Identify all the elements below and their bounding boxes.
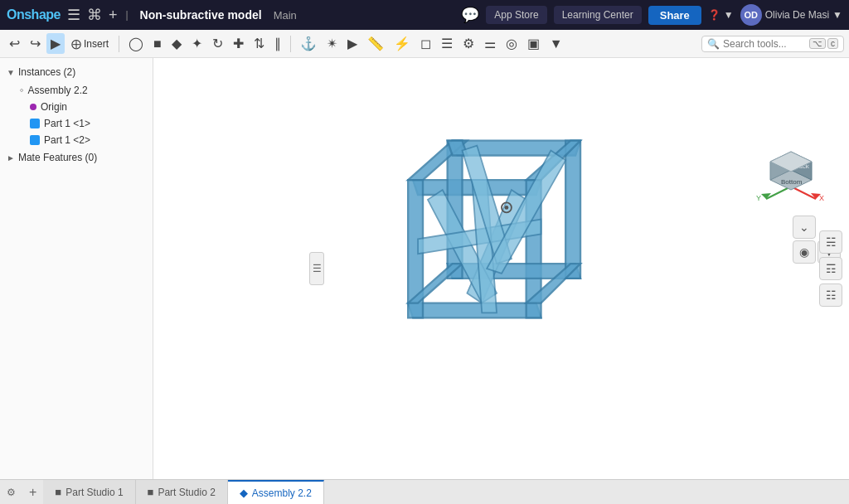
history-button[interactable]: ◯ xyxy=(124,33,148,54)
add-tab-button[interactable]: + xyxy=(22,480,43,504)
profile-name: Olivia De Masi xyxy=(765,9,829,21)
document-branch: Main xyxy=(274,9,297,22)
hamburger-icon[interactable]: ☰ xyxy=(67,6,80,24)
svg-text:X: X xyxy=(819,194,824,202)
instances-chevron: ▼ xyxy=(7,68,15,77)
chat-icon[interactable]: 💬 xyxy=(461,6,479,24)
settings-button[interactable]: ⚙ xyxy=(458,33,478,54)
view-down-icon[interactable]: ⌄ xyxy=(793,216,816,239)
undo-button[interactable]: ↩ xyxy=(5,33,24,54)
tab-asm-icon: ◆ xyxy=(240,487,248,499)
display-button[interactable]: ▣ xyxy=(523,33,544,54)
learning-center-button[interactable]: Learning Center xyxy=(554,6,642,24)
profile-area[interactable]: OD Olivia De Masi ▼ xyxy=(740,4,842,26)
translate-button[interactable]: ✚ xyxy=(229,33,248,54)
panel-collapse-button[interactable]: ☰ xyxy=(309,252,324,285)
sidebar: ▼ Instances (2) ◦ Assembly 2.2 Origin Pa… xyxy=(0,58,153,479)
onshape-logo[interactable]: Onshape xyxy=(7,7,61,22)
panel-icon-1[interactable]: ☵ xyxy=(819,230,842,254)
assembly-icon: ◦ xyxy=(20,84,24,96)
kbd-alt: ⌥ xyxy=(809,38,826,49)
mates-button[interactable]: ◆ xyxy=(167,33,186,54)
assembly-item[interactable]: ◦ Assembly 2.2 xyxy=(0,81,153,99)
bom-button[interactable]: ⚌ xyxy=(480,33,500,54)
part-icon xyxy=(30,119,40,128)
orientation-cube[interactable]: X Y Z Bottom Back xyxy=(758,120,841,211)
search-icon: 🔍 xyxy=(707,38,720,50)
section-view-button[interactable]: ◻ xyxy=(416,33,435,54)
snap-button[interactable]: ⚓ xyxy=(296,33,321,54)
mate-features-label: Mate Features (0) xyxy=(18,152,97,163)
document-title: Non-subractive model xyxy=(140,8,262,22)
origin-icon xyxy=(30,104,36,110)
grid-icon[interactable]: ⌘ xyxy=(87,6,102,24)
part1-label: Part 1 <1> xyxy=(44,118,90,129)
panel-icon-2[interactable]: ☶ xyxy=(819,257,842,280)
tab-settings-button[interactable]: ⚙ xyxy=(0,480,22,504)
help-button[interactable]: ❓ ▼ xyxy=(708,9,734,21)
panel-icon-3[interactable]: ☷ xyxy=(819,284,842,307)
origin-item[interactable]: Origin xyxy=(0,99,153,115)
insert-label: Insert xyxy=(84,38,109,50)
tab-ps1-label: Part Studio 1 xyxy=(65,487,123,498)
rotate-button[interactable]: ↻ xyxy=(208,33,227,54)
viewport[interactable]: X Y Z Bottom Back ⌄ xyxy=(153,58,849,479)
move-button[interactable]: ✦ xyxy=(187,33,206,54)
tab-ps1-icon: ■ xyxy=(55,486,61,498)
properties-button[interactable]: ☰ xyxy=(437,33,457,54)
help-icon: ❓ xyxy=(708,9,720,21)
explode-button[interactable]: ✴ xyxy=(323,33,342,54)
origin-label: Origin xyxy=(41,101,67,113)
mate-features-chevron: ► xyxy=(7,153,15,162)
mate-features-section[interactable]: ► Mate Features (0) xyxy=(0,148,153,167)
tab-ps2-label: Part Studio 2 xyxy=(158,487,215,498)
parts-button[interactable]: ■ xyxy=(149,34,166,54)
svg-marker-16 xyxy=(408,303,541,318)
profile-chevron: ▼ xyxy=(832,9,842,21)
side-panel-icons: ☵ ☶ ☷ xyxy=(819,230,842,307)
svg-text:Bottom: Bottom xyxy=(781,178,803,186)
kbd-c: c xyxy=(827,38,838,49)
insert-icon: ⨁ xyxy=(71,38,81,50)
part1-item[interactable]: Part 1 <1> xyxy=(0,115,153,132)
add-icon[interactable]: + xyxy=(109,7,118,24)
part2-icon xyxy=(30,135,40,145)
tab-asm-label: Assembly 2.2 xyxy=(252,487,312,499)
select-button[interactable]: ▶ xyxy=(46,33,65,54)
mirror-button[interactable]: ∥ xyxy=(270,33,285,54)
tab-part-studio-1[interactable]: ■ Part Studio 1 xyxy=(43,480,135,504)
tab-ps2-icon: ■ xyxy=(148,486,154,498)
help-chevron: ▼ xyxy=(724,9,734,21)
instances-section[interactable]: ▼ Instances (2) xyxy=(0,63,153,81)
svg-text:Y: Y xyxy=(756,194,761,202)
part2-label: Part 1 <2> xyxy=(44,134,90,146)
settings-icon: ⚙ xyxy=(7,487,16,498)
align-button[interactable]: ⇅ xyxy=(250,33,269,54)
assembly-label: Assembly 2.2 xyxy=(28,85,88,96)
3d-model-svg: .wire { fill: #5ba3cc; stroke: #3a7fa8; … xyxy=(344,111,659,426)
insert-button[interactable]: ⨁ Insert xyxy=(66,36,114,52)
share-button[interactable]: Share xyxy=(648,6,701,25)
search-tools-container: 🔍 ⌥ c xyxy=(701,36,844,52)
tab-assembly-2-2[interactable]: ◆ Assembly 2.2 xyxy=(228,480,324,504)
tab-part-studio-2[interactable]: ■ Part Studio 2 xyxy=(136,480,228,504)
svg-point-35 xyxy=(504,206,508,210)
display-dropdown[interactable]: ▼ xyxy=(546,34,567,54)
appstore-button[interactable]: App Store xyxy=(486,6,546,24)
svg-marker-22 xyxy=(565,141,580,279)
search-tools-input[interactable] xyxy=(723,38,806,50)
avatar: OD xyxy=(740,4,762,26)
bottom-tabs: ⚙ + ■ Part Studio 1 ■ Part Studio 2 ◆ As… xyxy=(0,479,849,504)
search-keyboard-shortcut: ⌥ c xyxy=(809,38,838,49)
redo-button[interactable]: ↪ xyxy=(26,33,45,54)
appearances-button[interactable]: ◎ xyxy=(502,33,522,54)
view-sphere-icon[interactable]: ◉ xyxy=(793,240,816,264)
animate-button[interactable]: ▶ xyxy=(343,33,361,54)
part2-item[interactable]: Part 1 <2> xyxy=(0,132,153,148)
instances-label: Instances (2) xyxy=(18,66,75,78)
measure-button[interactable]: 📏 xyxy=(363,33,388,54)
collision-button[interactable]: ⚡ xyxy=(390,33,415,54)
